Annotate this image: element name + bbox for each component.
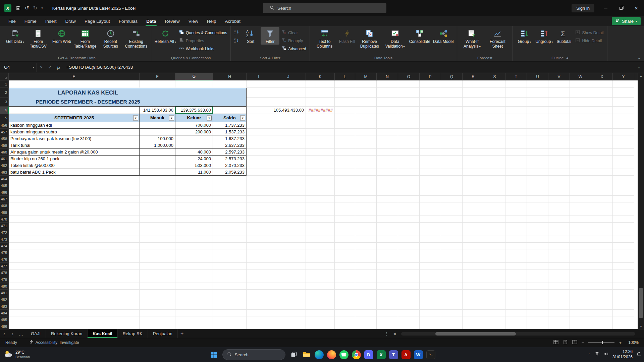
- cell[interactable]: [548, 283, 570, 290]
- cell[interactable]: [441, 303, 463, 310]
- cell[interactable]: [306, 310, 335, 316]
- workbook-links-button[interactable]: Workbook Links: [178, 46, 228, 52]
- cell[interactable]: [484, 182, 505, 189]
- row-header-483[interactable]: 483: [0, 303, 9, 310]
- cell[interactable]: [355, 256, 377, 263]
- cell[interactable]: [420, 88, 441, 98]
- column-header-X[interactable]: X: [591, 73, 613, 80]
- cell[interactable]: [570, 196, 591, 202]
- cell[interactable]: [247, 269, 271, 276]
- cell[interactable]: [175, 323, 213, 329]
- row-header-468[interactable]: 468: [0, 202, 9, 209]
- cell-F458[interactable]: 100.000: [140, 135, 175, 142]
- column-header-T[interactable]: T: [505, 73, 527, 80]
- cell[interactable]: [377, 229, 398, 236]
- cell[interactable]: [175, 182, 213, 189]
- cell[interactable]: [505, 223, 527, 229]
- row-header-471[interactable]: 471: [0, 223, 9, 229]
- cell[interactable]: [213, 182, 247, 189]
- cell[interactable]: [441, 310, 463, 316]
- cell[interactable]: [306, 249, 335, 256]
- cell[interactable]: [591, 182, 613, 189]
- cell[interactable]: [398, 209, 420, 216]
- new-sheet-button[interactable]: +: [178, 331, 186, 337]
- cell[interactable]: [591, 156, 613, 162]
- cell[interactable]: [570, 129, 591, 135]
- cell[interactable]: [463, 216, 484, 223]
- clock-widget[interactable]: 12:26 31/01/2026: [612, 349, 633, 360]
- cell[interactable]: [484, 142, 505, 149]
- cell[interactable]: [398, 269, 420, 276]
- cell[interactable]: [505, 107, 527, 114]
- cell[interactable]: [213, 236, 247, 243]
- cell[interactable]: [570, 176, 591, 182]
- cell[interactable]: [527, 114, 548, 122]
- share-button[interactable]: Share ▾: [612, 17, 641, 25]
- cell[interactable]: [335, 209, 355, 216]
- cell[interactable]: [441, 189, 463, 196]
- cell[interactable]: [335, 176, 355, 182]
- row-header-464[interactable]: 464: [0, 176, 9, 182]
- cell[interactable]: [271, 276, 306, 283]
- row-header-3[interactable]: 3: [0, 98, 9, 107]
- cell[interactable]: [463, 129, 484, 135]
- cell[interactable]: [306, 189, 335, 196]
- cell[interactable]: [548, 169, 570, 176]
- cell[interactable]: [463, 156, 484, 162]
- cell[interactable]: [613, 236, 634, 243]
- cell[interactable]: [335, 114, 355, 122]
- cell[interactable]: [175, 249, 213, 256]
- cell[interactable]: [355, 88, 377, 98]
- cell[interactable]: [355, 249, 377, 256]
- cell[interactable]: [306, 263, 335, 269]
- row-header-4[interactable]: 4: [0, 107, 9, 114]
- cell[interactable]: [463, 310, 484, 316]
- cell[interactable]: [441, 169, 463, 176]
- cell[interactable]: [527, 263, 548, 269]
- tabbar-menu-icon[interactable]: ⋮: [384, 331, 389, 336]
- cell[interactable]: [355, 303, 377, 310]
- cell[interactable]: [213, 202, 247, 209]
- cell[interactable]: [613, 216, 634, 223]
- cell[interactable]: [175, 310, 213, 316]
- cell[interactable]: [505, 80, 527, 88]
- cell[interactable]: [355, 310, 377, 316]
- cell[interactable]: [398, 196, 420, 202]
- cell-F462[interactable]: [140, 162, 175, 169]
- cell[interactable]: [613, 88, 634, 98]
- cell[interactable]: [213, 316, 247, 323]
- cell[interactable]: [355, 276, 377, 283]
- cell[interactable]: [398, 316, 420, 323]
- cell[interactable]: [306, 296, 335, 303]
- taskbar-search-box[interactable]: Search: [222, 349, 285, 360]
- cell[interactable]: [175, 80, 213, 88]
- cell[interactable]: [398, 256, 420, 263]
- cell[interactable]: [175, 296, 213, 303]
- cell[interactable]: [441, 202, 463, 209]
- cell-G461[interactable]: 24.000: [175, 156, 213, 162]
- cell[interactable]: [591, 196, 613, 202]
- titlebar-search-box[interactable]: Search: [263, 3, 386, 13]
- cell[interactable]: [335, 269, 355, 276]
- cell[interactable]: [9, 182, 140, 189]
- cell[interactable]: [377, 176, 398, 182]
- cell[interactable]: [175, 202, 213, 209]
- cell[interactable]: [271, 176, 306, 182]
- cell[interactable]: [247, 316, 271, 323]
- cell[interactable]: [441, 276, 463, 283]
- cell-E461[interactable]: Binder klip no 260 1 pack: [9, 156, 140, 162]
- cell[interactable]: [271, 162, 306, 169]
- cell[interactable]: [484, 98, 505, 107]
- cell[interactable]: [527, 296, 548, 303]
- cell[interactable]: [306, 196, 335, 202]
- cell[interactable]: [613, 135, 634, 142]
- cell[interactable]: [548, 303, 570, 310]
- cell[interactable]: [570, 296, 591, 303]
- column-header-J[interactable]: J: [271, 73, 306, 80]
- cell[interactable]: [463, 229, 484, 236]
- cell[interactable]: [463, 256, 484, 263]
- cell[interactable]: [570, 229, 591, 236]
- cell[interactable]: [591, 135, 613, 142]
- cell[interactable]: [548, 196, 570, 202]
- cell[interactable]: [335, 316, 355, 323]
